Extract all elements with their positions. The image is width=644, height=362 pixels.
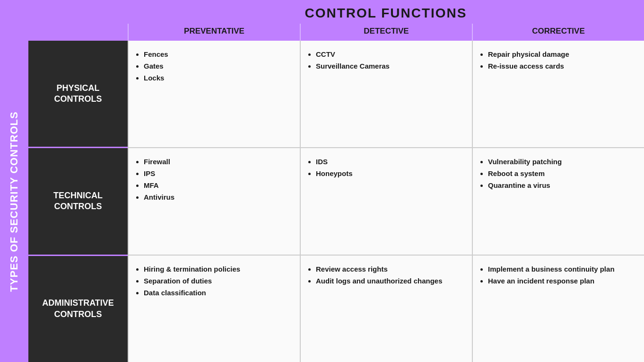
row-label-1: TECHNICAL CONTROLS bbox=[28, 148, 128, 256]
list-corrective-0: Repair physical damageRe-issue access ca… bbox=[478, 49, 636, 71]
data-cell-preventative-1: FirewallIPSMFAAntivirus bbox=[129, 148, 300, 256]
row-label-2: ADMINISTRATIVE CONTROLS bbox=[28, 256, 128, 362]
list-item: Firewall bbox=[144, 157, 292, 167]
col-header-0: PREVENTATIVE bbox=[128, 24, 300, 41]
data-cell-corrective-0: Repair physical damageRe-issue access ca… bbox=[473, 41, 644, 148]
data-cell-corrective-2: Implement a business continuity planHave… bbox=[473, 256, 644, 362]
title-text: CONTROL FUNCTIONS bbox=[305, 6, 467, 20]
list-item: Gates bbox=[144, 61, 292, 71]
main-grid: TYPES OF SECURITY CONTROLS PHYSICAL CONT… bbox=[0, 41, 644, 362]
col-header-2: CORRECTIVE bbox=[472, 24, 644, 41]
list-corrective-2: Implement a business continuity planHave… bbox=[478, 264, 636, 286]
data-col-detective: CCTVSurveillance CamerasIDSHoneypotsRevi… bbox=[300, 41, 472, 362]
data-col-corrective: Repair physical damageRe-issue access ca… bbox=[472, 41, 644, 362]
data-cell-corrective-1: Vulnerability patchingReboot a systemQua… bbox=[473, 148, 644, 256]
data-cols: FencesGatesLocksFirewallIPSMFAAntivirusH… bbox=[128, 41, 644, 362]
list-detective-2: Review access rightsAudit logs and unaut… bbox=[305, 264, 464, 286]
list-item: IDS bbox=[316, 157, 464, 167]
data-col-preventative: FencesGatesLocksFirewallIPSMFAAntivirusH… bbox=[128, 41, 300, 362]
list-item: Hiring & termination policies bbox=[144, 264, 292, 274]
list-item: Quarantine a virus bbox=[488, 180, 636, 190]
list-item: Review access rights bbox=[316, 264, 464, 274]
list-item: Repair physical damage bbox=[488, 49, 636, 59]
list-detective-0: CCTVSurveillance Cameras bbox=[305, 49, 464, 71]
list-item: Data classification bbox=[144, 288, 292, 298]
list-item: Surveillance Cameras bbox=[316, 61, 464, 71]
list-item: Fences bbox=[144, 49, 292, 59]
data-cell-detective-1: IDSHoneypots bbox=[301, 148, 472, 256]
data-cell-detective-0: CCTVSurveillance Cameras bbox=[301, 41, 472, 148]
header-area: CONTROL FUNCTIONS PREVENTATIVEDETECTIVEC… bbox=[0, 0, 644, 41]
list-corrective-1: Vulnerability patchingReboot a systemQua… bbox=[478, 157, 636, 190]
row-label-text-2: ADMINISTRATIVE CONTROLS bbox=[42, 298, 114, 320]
list-item: CCTV bbox=[316, 49, 464, 59]
row-label-text-0: PHYSICAL CONTROLS bbox=[54, 83, 102, 105]
list-preventative-2: Hiring & termination policiesSeparation … bbox=[133, 264, 292, 298]
list-item: Re-issue access cards bbox=[488, 61, 636, 71]
list-item: Antivirus bbox=[144, 192, 292, 202]
col-headers: PREVENTATIVEDETECTIVECORRECTIVE bbox=[128, 24, 644, 41]
sub-left-space bbox=[0, 24, 128, 41]
top-title-row: CONTROL FUNCTIONS bbox=[0, 0, 644, 24]
sub-header-row: PREVENTATIVEDETECTIVECORRECTIVE bbox=[0, 24, 644, 41]
main-title: CONTROL FUNCTIONS bbox=[128, 0, 644, 24]
list-preventative-1: FirewallIPSMFAAntivirus bbox=[133, 157, 292, 202]
data-cell-detective-2: Review access rightsAudit logs and unaut… bbox=[301, 256, 472, 362]
list-item: MFA bbox=[144, 180, 292, 190]
list-item: Separation of duties bbox=[144, 276, 292, 286]
row-label-text-1: TECHNICAL CONTROLS bbox=[53, 190, 103, 212]
list-item: Implement a business continuity plan bbox=[488, 264, 636, 274]
list-item: Have an incident response plan bbox=[488, 276, 636, 286]
col-header-1: DETECTIVE bbox=[300, 24, 472, 41]
vertical-label: TYPES OF SECURITY CONTROLS bbox=[8, 111, 20, 291]
list-detective-1: IDSHoneypots bbox=[305, 157, 464, 178]
list-item: Audit logs and unauthorized changes bbox=[316, 276, 464, 286]
list-item: IPS bbox=[144, 168, 292, 178]
data-cell-preventative-0: FencesGatesLocks bbox=[129, 41, 300, 148]
main-container: CONTROL FUNCTIONS PREVENTATIVEDETECTIVEC… bbox=[0, 0, 644, 362]
list-item: Honeypots bbox=[316, 168, 464, 178]
list-item: Vulnerability patching bbox=[488, 157, 636, 167]
top-left-space bbox=[0, 0, 128, 24]
list-preventative-0: FencesGatesLocks bbox=[133, 49, 292, 83]
data-cell-preventative-2: Hiring & termination policiesSeparation … bbox=[129, 256, 300, 362]
vertical-label-col: TYPES OF SECURITY CONTROLS bbox=[0, 41, 28, 362]
list-item: Reboot a system bbox=[488, 168, 636, 178]
row-label-col: PHYSICAL CONTROLSTECHNICAL CONTROLSADMIN… bbox=[28, 41, 128, 362]
list-item: Locks bbox=[144, 73, 292, 83]
row-label-0: PHYSICAL CONTROLS bbox=[28, 41, 128, 148]
